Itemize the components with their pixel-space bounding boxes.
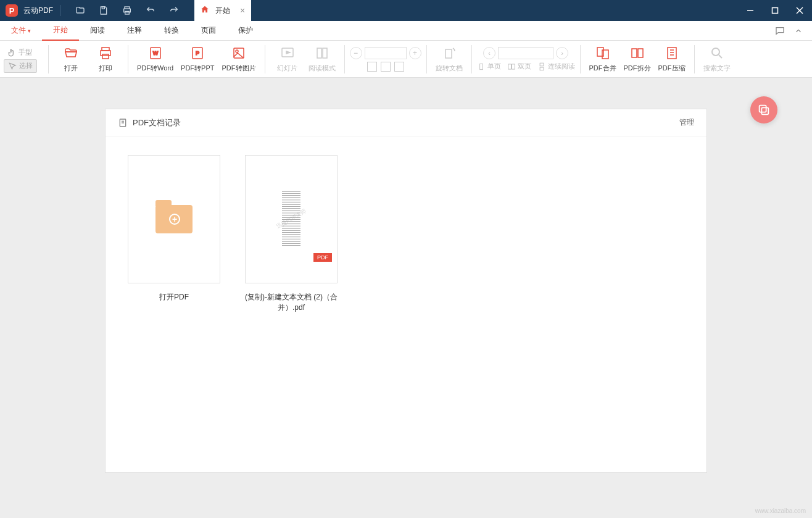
- titlebar: P 云动PDF 开始 ×: [0, 0, 812, 21]
- double-page-button[interactable]: 双页: [507, 62, 531, 71]
- pdf-badge: PDF: [313, 253, 332, 262]
- document-list-icon: [118, 118, 128, 128]
- folder-plus-icon: +: [155, 205, 193, 233]
- search-icon: [709, 45, 725, 61]
- ppt-icon: P: [189, 45, 205, 61]
- continuous-button[interactable]: 连续阅读: [537, 62, 575, 71]
- svg-point-30: [712, 48, 719, 56]
- word-icon: W: [147, 45, 164, 61]
- manage-link[interactable]: 管理: [679, 117, 694, 128]
- open-file-icon[interactable]: [71, 1, 89, 20]
- compress-icon: [664, 45, 680, 61]
- content-area: PDF文档记录 管理 + 打开PDF 迅捷PDF大师 PDF (复制)-新: [0, 78, 812, 473]
- compress-tool[interactable]: PDF压缩: [655, 42, 689, 77]
- comment-icon[interactable]: [773, 23, 787, 38]
- zoom-in-button[interactable]: +: [409, 47, 421, 59]
- split-tool[interactable]: PDF拆分: [620, 42, 655, 77]
- search-tool[interactable]: 搜索文字: [700, 42, 734, 77]
- page-input[interactable]: [498, 47, 553, 59]
- tab-label: 开始: [215, 6, 230, 16]
- separator: [60, 5, 61, 16]
- home-icon: [201, 5, 209, 16]
- menu-start[interactable]: 开始: [42, 21, 79, 41]
- svg-rect-10: [102, 54, 109, 59]
- recent-file-thumb: 迅捷PDF大师 PDF: [245, 155, 338, 283]
- ribbon: 手型 选择 打开 打印 W PDF转Word P PDF转PPT PDF转图片 …: [0, 41, 812, 78]
- svg-rect-5: [773, 8, 778, 14]
- collapse-ribbon-icon[interactable]: [791, 23, 806, 38]
- redo-icon[interactable]: [165, 1, 183, 20]
- slideshow-icon: [280, 45, 296, 61]
- single-page-button[interactable]: 单页: [477, 62, 501, 71]
- panel-title: PDF文档记录: [133, 117, 181, 128]
- svg-line-31: [719, 55, 722, 58]
- open-pdf-card[interactable]: + 打开PDF: [128, 155, 220, 313]
- zoom-input[interactable]: [365, 47, 407, 59]
- svg-rect-35: [760, 106, 766, 112]
- site-watermark: www.xiazaiba.com: [755, 508, 806, 514]
- readmode-tool[interactable]: 阅读模式: [305, 42, 339, 77]
- svg-rect-19: [445, 49, 452, 58]
- panel-body: + 打开PDF 迅捷PDF大师 PDF (复制)-新建文本文档 (2)（合并）.…: [106, 136, 706, 332]
- menu-file[interactable]: 文件: [0, 21, 42, 41]
- app-name: 云动PDF: [23, 6, 53, 16]
- menu-protect[interactable]: 保护: [227, 21, 264, 41]
- svg-text:P: P: [196, 50, 199, 56]
- svg-rect-28: [638, 49, 643, 57]
- maximize-button[interactable]: [763, 0, 787, 21]
- svg-rect-29: [668, 48, 676, 59]
- menu-convert[interactable]: 转换: [153, 21, 190, 41]
- slideshow-tool[interactable]: 幻灯片: [270, 42, 305, 77]
- tab-close-icon[interactable]: ×: [240, 6, 245, 15]
- merge-tool[interactable]: PDF合并: [586, 42, 620, 77]
- svg-rect-27: [632, 49, 637, 57]
- print-icon[interactable]: [118, 1, 136, 20]
- recent-panel: PDF文档记录 管理 + 打开PDF 迅捷PDF大师 PDF (复制)-新: [105, 109, 707, 473]
- menu-page[interactable]: 页面: [190, 21, 227, 41]
- svg-text:W: W: [152, 50, 158, 56]
- active-tab[interactable]: 开始 ×: [194, 0, 251, 21]
- floating-action-button[interactable]: [750, 96, 777, 123]
- open-pdf-caption: 打开PDF: [159, 292, 189, 303]
- open-tool[interactable]: 打开: [54, 42, 88, 77]
- merge-icon: [595, 45, 611, 61]
- recent-file-caption: (复制)-新建文本文档 (2)（合并）.pdf: [245, 292, 338, 313]
- close-button[interactable]: [787, 0, 812, 21]
- print-tool[interactable]: 打印: [88, 42, 123, 77]
- menu-annotate[interactable]: 注释: [116, 21, 153, 41]
- svg-rect-21: [508, 64, 511, 69]
- to-word-tool[interactable]: W PDF转Word: [133, 42, 177, 77]
- to-ppt-tool[interactable]: P PDF转PPT: [177, 42, 218, 77]
- image-icon: [231, 45, 247, 61]
- recent-file-card[interactable]: 迅捷PDF大师 PDF (复制)-新建文本文档 (2)（合并）.pdf: [245, 155, 338, 313]
- folder-open-icon: [63, 45, 79, 61]
- svg-point-16: [236, 50, 238, 52]
- hand-tool-button[interactable]: 手型: [4, 46, 37, 59]
- minimize-button[interactable]: [738, 0, 763, 21]
- zoom-out-button[interactable]: −: [350, 47, 362, 59]
- svg-rect-24: [540, 67, 544, 70]
- fit-page-icon[interactable]: [381, 62, 391, 72]
- open-pdf-thumb: +: [128, 155, 220, 283]
- actual-size-icon[interactable]: [394, 62, 404, 72]
- to-image-tool[interactable]: PDF转图片: [218, 42, 260, 77]
- prev-page-button[interactable]: ‹: [483, 47, 495, 59]
- undo-icon[interactable]: [141, 1, 160, 20]
- rotate-tool[interactable]: 旋转文档: [432, 42, 466, 77]
- svg-marker-18: [286, 51, 290, 54]
- next-page-button[interactable]: ›: [556, 47, 568, 59]
- panel-header: PDF文档记录 管理: [106, 109, 706, 136]
- fit-width-icon[interactable]: [367, 62, 377, 72]
- save-icon[interactable]: [94, 1, 113, 20]
- menu-read[interactable]: 阅读: [79, 21, 116, 41]
- rotate-icon: [441, 45, 457, 61]
- menubar: 文件 开始 阅读 注释 转换 页面 保护: [0, 21, 812, 41]
- svg-rect-23: [540, 63, 544, 66]
- book-icon: [314, 45, 330, 61]
- page-nav-group: ‹ › 单页 双页 连续阅读: [477, 47, 575, 71]
- select-tool-button[interactable]: 选择: [4, 59, 37, 73]
- svg-rect-36: [761, 107, 768, 114]
- svg-rect-0: [102, 7, 104, 9]
- svg-rect-22: [512, 64, 515, 69]
- app-logo: P: [2, 1, 21, 20]
